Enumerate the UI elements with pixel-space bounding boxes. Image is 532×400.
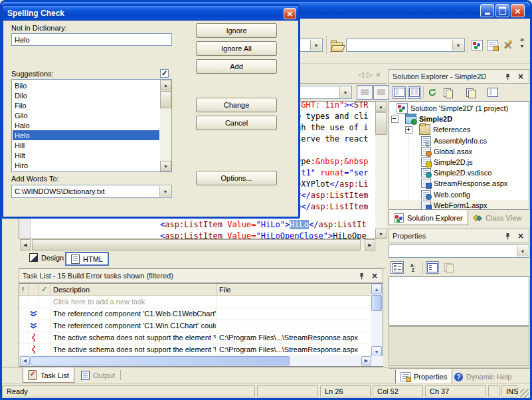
properties-grid[interactable] bbox=[389, 276, 529, 326]
toolbar-overflow-button[interactable]: »▼ bbox=[516, 37, 528, 49]
solution-tree[interactable]: Solution 'Simple2D' (1 project)Simple2DR… bbox=[389, 101, 529, 210]
solution-explorer-panel-header[interactable]: Solution Explorer - Simple2D × bbox=[389, 69, 529, 84]
nav-forward-icon[interactable]: ▷ bbox=[365, 70, 374, 79]
ignore-all-button[interactable]: Ignore All bbox=[196, 41, 277, 56]
pin-icon[interactable] bbox=[503, 72, 512, 81]
toolbox-button[interactable] bbox=[499, 37, 515, 53]
column-header-check[interactable]: ✓ bbox=[39, 284, 50, 296]
task-row[interactable]: The referenced component 'C1.Win.C1Chart… bbox=[19, 320, 372, 332]
suggestion-item[interactable]: Halo bbox=[13, 120, 159, 130]
close-panel-icon[interactable]: × bbox=[516, 72, 525, 81]
task-hscrollbar[interactable]: ◀ ▶ bbox=[19, 356, 383, 366]
close-panel-icon[interactable]: × bbox=[516, 231, 525, 241]
scroll-thumb[interactable] bbox=[371, 295, 382, 311]
options-button[interactable]: Options... bbox=[196, 171, 277, 185]
suggestions-checkbox[interactable]: ✓ bbox=[160, 69, 169, 78]
chevron-down-icon[interactable]: ▼ bbox=[517, 246, 528, 256]
suggestions-scrollbar[interactable]: ▲ ▼ bbox=[160, 80, 171, 171]
column-header-description[interactable]: Description bbox=[50, 284, 217, 296]
tab-class-view[interactable]: Class View bbox=[469, 210, 526, 225]
scroll-left-icon[interactable]: ◀ bbox=[20, 356, 30, 365]
chevron-down-icon[interactable]: ▼ bbox=[452, 40, 464, 50]
suggestion-item[interactable]: Dilo bbox=[13, 90, 159, 100]
close-button[interactable]: × bbox=[511, 4, 525, 17]
suggestions-listbox[interactable]: BiloDiloFiloGiloHaloHeloHillHiltHiro ▲ ▼ bbox=[11, 79, 172, 172]
tab-solution-explorer[interactable]: Solution Explorer bbox=[389, 210, 468, 225]
scroll-thumb[interactable] bbox=[160, 91, 171, 108]
tree-item-solution-simple2d-1-project-[interactable]: Solution 'Simple2D' (1 project) bbox=[390, 103, 528, 114]
tab-html[interactable]: HTML bbox=[65, 252, 109, 266]
suggestion-item[interactable]: Helo bbox=[13, 130, 159, 140]
tree-item-assemblyinfo-cs[interactable]: AssemblyInfo.cs bbox=[390, 136, 528, 146]
column-header-icon[interactable] bbox=[29, 284, 39, 296]
collapse-icon[interactable] bbox=[391, 116, 399, 123]
scroll-right-icon[interactable]: ▶ bbox=[361, 356, 371, 365]
dictionary-combo[interactable]: C:\WINDOWS\Dictionary.txt ▼ bbox=[11, 185, 172, 198]
close-panel-icon[interactable]: × bbox=[370, 271, 379, 280]
dialog-titlebar[interactable]: Spelling Check × bbox=[3, 6, 298, 21]
view-code-button[interactable] bbox=[393, 86, 406, 99]
tab-output[interactable]: Output bbox=[76, 367, 120, 383]
editor-hscrollbar[interactable]: ◀ ▶ bbox=[19, 239, 375, 250]
task-vscrollbar[interactable]: ▲ ▼ bbox=[371, 284, 383, 357]
nav-back-icon[interactable]: ◁ bbox=[357, 70, 365, 79]
scroll-down-icon[interactable]: ▼ bbox=[375, 229, 387, 239]
pin-icon[interactable] bbox=[503, 231, 512, 241]
tab-task-list[interactable]: Task List bbox=[23, 367, 74, 383]
toolbar-combo-2[interactable]: ▼ bbox=[346, 39, 465, 52]
resize-grip-icon[interactable] bbox=[520, 389, 529, 398]
tree-item-simple2d-js[interactable]: Simple2D.js bbox=[390, 157, 528, 167]
scroll-left-icon[interactable]: ◀ bbox=[20, 239, 31, 250]
chevron-down-icon[interactable]: ▼ bbox=[310, 40, 321, 50]
property-pages-button[interactable] bbox=[442, 261, 455, 274]
not-in-dictionary-input[interactable]: Helo bbox=[11, 33, 172, 46]
task-row[interactable]: The active schema does not support the e… bbox=[19, 332, 372, 344]
editor-vscrollbar[interactable]: ▲ ▼ bbox=[375, 101, 387, 239]
suggestion-item[interactable]: Gilo bbox=[13, 110, 159, 120]
task-row[interactable]: The referenced component 'C1.Web.C1WebCh… bbox=[19, 308, 372, 320]
maximize-button[interactable] bbox=[495, 4, 509, 17]
tree-item-references[interactable]: References bbox=[390, 124, 528, 135]
tree-item-global-asax[interactable]: Global.asax bbox=[390, 146, 528, 157]
tree-item-simple2d[interactable]: Simple2D bbox=[390, 114, 528, 124]
solution-explorer-button[interactable] bbox=[470, 37, 484, 53]
show-all-files-button[interactable] bbox=[441, 86, 454, 99]
dialog-close-button[interactable]: × bbox=[284, 8, 296, 19]
tab-design[interactable]: Design bbox=[29, 253, 64, 262]
tab-properties[interactable]: Properties bbox=[395, 369, 452, 384]
scroll-down-icon[interactable]: ▼ bbox=[371, 346, 382, 357]
properties-window-button[interactable] bbox=[485, 37, 499, 53]
copy-project-button[interactable] bbox=[464, 86, 477, 99]
expand-icon[interactable] bbox=[405, 126, 412, 134]
suggestion-item[interactable]: Hiro bbox=[13, 160, 159, 170]
suggestion-item[interactable]: Hilt bbox=[13, 150, 159, 160]
categorized-button[interactable] bbox=[391, 261, 404, 274]
column-header-priority[interactable]: ! bbox=[19, 284, 29, 296]
view-designer-button[interactable] bbox=[408, 86, 421, 99]
suggestion-item[interactable]: Hill bbox=[13, 140, 159, 150]
format-button-2[interactable] bbox=[373, 85, 389, 100]
scroll-thumb[interactable] bbox=[31, 356, 290, 365]
scroll-up-icon[interactable]: ▲ bbox=[371, 284, 382, 294]
properties-view-button[interactable] bbox=[426, 261, 439, 274]
tree-item-simple2d-vsdisco[interactable]: Simple2D.vsdisco bbox=[390, 167, 528, 178]
minimize-button[interactable] bbox=[480, 4, 494, 17]
suggestion-item[interactable]: Bilo bbox=[13, 80, 159, 90]
properties-pages-button[interactable] bbox=[486, 86, 499, 99]
task-row[interactable]: The active schema does not support the e… bbox=[19, 344, 372, 356]
scroll-up-icon[interactable]: ▲ bbox=[160, 80, 171, 90]
tree-item-streamresponse-aspx[interactable]: StreamResponse.aspx bbox=[390, 178, 528, 189]
tree-item-webform1-aspx[interactable]: WebForm1.aspx bbox=[390, 200, 528, 210]
change-button[interactable]: Change bbox=[196, 98, 277, 112]
suggestion-item[interactable]: Filo bbox=[13, 100, 159, 110]
scroll-thumb[interactable] bbox=[32, 239, 361, 250]
pin-icon[interactable] bbox=[357, 271, 366, 280]
properties-object-combo[interactable]: ▼ bbox=[389, 245, 529, 258]
tab-dynamic-help[interactable]: ? Dynamic Help bbox=[450, 369, 516, 384]
properties-panel-header[interactable]: Properties × bbox=[389, 229, 529, 243]
chevron-down-icon[interactable]: ▼ bbox=[339, 87, 351, 98]
scroll-right-icon[interactable]: ▶ bbox=[365, 239, 375, 250]
column-header-file[interactable]: File bbox=[217, 284, 372, 296]
refresh-button[interactable] bbox=[426, 86, 439, 99]
chevron-down-icon[interactable]: ▼ bbox=[159, 186, 171, 197]
